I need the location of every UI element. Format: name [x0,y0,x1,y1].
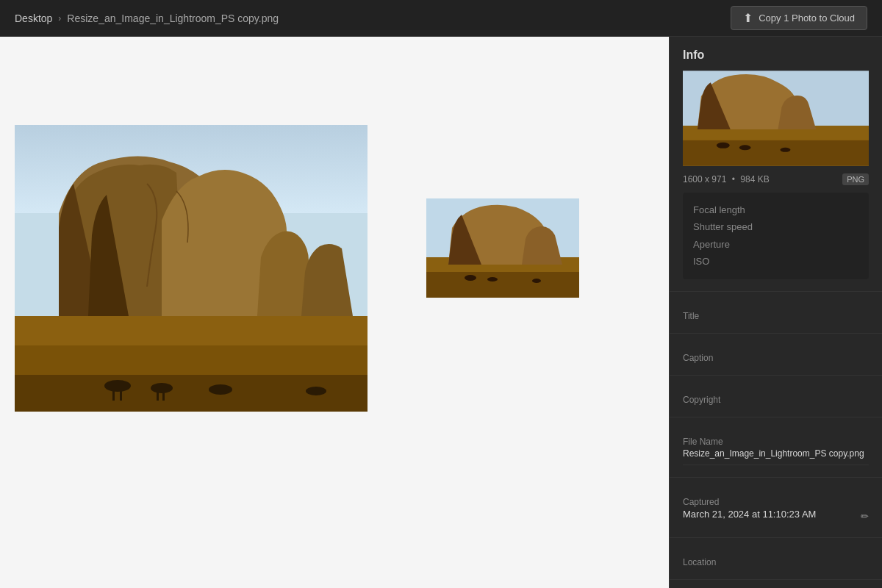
filename-label: File Name [683,437,869,447]
captured-label: Captured [683,497,869,507]
image-small-svg [426,198,579,298]
location-section: Location [670,538,882,580]
svg-point-18 [532,279,541,283]
svg-point-23 [739,145,751,150]
svg-point-16 [465,275,476,281]
format-badge: PNG [842,173,869,185]
svg-rect-15 [426,272,579,298]
cloud-upload-icon: ⬆ [743,11,753,25]
svg-rect-11 [157,391,159,401]
svg-point-7 [209,384,232,395]
image-large [15,125,368,412]
panel-thumbnail-svg [683,71,869,166]
breadcrumb-root[interactable]: Desktop [15,12,52,24]
location-label: Location [683,557,869,567]
captured-value: March 21, 2024 at 11:10:23 AM [683,509,816,526]
top-bar: Desktop › Resize_an_Image_in_Lightroom_P… [0,0,882,37]
exif-iso: ISO [693,253,858,270]
panel-info-section: Info 1600 x 971 • [670,37,882,292]
panel-title: Info [683,49,869,62]
copyright-section: Copyright [670,376,882,417]
panel-thumbnail [683,71,869,166]
title-section: Title [670,292,882,334]
svg-point-24 [780,148,790,152]
image-small [426,198,579,298]
exif-aperture: Aperture [693,236,858,253]
right-panel: Info 1600 x 971 • [669,37,882,588]
svg-point-22 [717,143,730,148]
city-section: City [670,580,882,588]
exif-section: Focal length Shutter speed Aperture ISO [683,193,869,279]
main-content: Info 1600 x 971 • [0,37,882,588]
cloud-upload-button[interactable]: ⬆ Copy 1 Photo to Cloud [731,6,867,30]
svg-point-8 [306,387,326,395]
svg-point-17 [487,277,498,282]
captured-row: March 21, 2024 at 11:10:23 AM ✏ [683,507,869,526]
copyright-label: Copyright [683,395,869,405]
image-dimensions: 1600 x 971 • 984 KB [683,174,770,184]
breadcrumb-separator: › [58,13,61,24]
image-meta: 1600 x 971 • 984 KB PNG [683,173,869,185]
edit-captured-icon[interactable]: ✏ [861,511,869,522]
caption-section: Caption [670,334,882,376]
cloud-button-label: Copy 1 Photo to Cloud [759,12,855,24]
breadcrumb-file: Resize_an_Image_in_Lightroom_PS copy.png [67,12,279,24]
filename-section: File Name Resize_an_Image_in_Lightroom_P… [670,417,882,478]
caption-label: Caption [683,353,869,363]
title-label: Title [683,311,869,321]
captured-section: Captured March 21, 2024 at 11:10:23 AM ✏ [670,478,882,538]
canvas-inner [0,37,669,588]
svg-rect-12 [162,391,165,401]
breadcrumb: Desktop › Resize_an_Image_in_Lightroom_P… [15,12,279,24]
exif-focal-length: Focal length [693,201,858,218]
canvas-area [0,37,669,588]
svg-rect-10 [120,390,122,401]
image-large-svg [15,125,368,412]
exif-shutter-speed: Shutter speed [693,218,858,235]
svg-point-5 [104,380,131,392]
filename-value: Resize_an_Image_in_Lightroom_PS copy.png [683,448,869,465]
svg-point-6 [151,383,173,393]
svg-rect-21 [683,140,869,166]
svg-rect-9 [112,390,115,401]
